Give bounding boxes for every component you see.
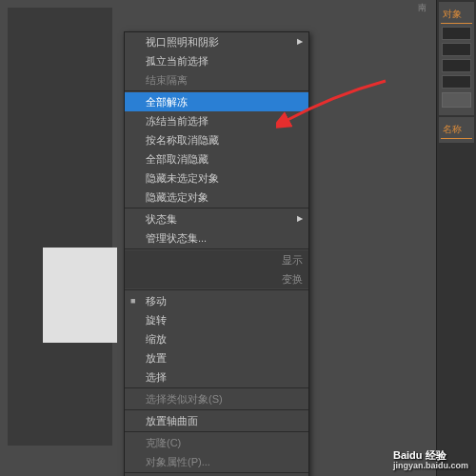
menu-item-13[interactable]: ■移动: [125, 291, 308, 310]
menu-item-16[interactable]: 放置: [125, 348, 308, 367]
menu-item-18[interactable]: 选择类似对象(S): [125, 389, 308, 408]
menu-item-1[interactable]: 孤立当前选择: [125, 51, 308, 70]
menu-separator: [125, 472, 308, 473]
menu-separator: [125, 90, 308, 91]
menu-separator: [125, 409, 308, 410]
field-1[interactable]: [442, 27, 471, 40]
menu-separator: [125, 431, 308, 432]
watermark-main: Baidu 经验: [393, 449, 446, 461]
menu-item-2[interactable]: 结束隔离: [125, 70, 308, 89]
menu-item-14[interactable]: 旋转: [125, 310, 308, 329]
watermark: Baidu 经验 jingyan.baidu.com: [393, 446, 468, 470]
field-2[interactable]: [442, 43, 471, 56]
viewport-inner: [8, 8, 112, 446]
menu-item-12[interactable]: 变换: [125, 269, 308, 288]
menu-item-5[interactable]: 按名称取消隐藏: [125, 130, 308, 149]
menu-separator: [125, 248, 308, 249]
menu-item-3[interactable]: 全部解冻: [125, 92, 308, 111]
menu-item-6[interactable]: 全部取消隐藏: [125, 149, 308, 169]
menu-item-7[interactable]: 隐藏未选定对象: [125, 169, 308, 188]
menu-item-8[interactable]: 隐藏选定对象: [125, 188, 308, 207]
watermark-sub: jingyan.baidu.com: [393, 461, 468, 470]
menu-item-0[interactable]: 视口照明和阴影: [125, 32, 308, 51]
menu-item-4[interactable]: 冻结当前选择: [125, 111, 308, 130]
menu-item-11[interactable]: 显示: [125, 250, 308, 269]
menu-item-10[interactable]: 管理状态集...: [125, 228, 308, 248]
menu-separator: [125, 289, 308, 290]
menu-item-17[interactable]: 选择: [125, 367, 308, 387]
field-3[interactable]: [442, 59, 471, 72]
menu-item-20[interactable]: 克隆(C): [125, 433, 308, 452]
context-menu: 视口照明和阴影孤立当前选择结束隔离全部解冻冻结当前选择按名称取消隐藏全部取消隐藏…: [124, 31, 309, 476]
menu-separator: [125, 387, 308, 388]
menu-item-15[interactable]: 缩放: [125, 329, 308, 348]
field-4[interactable]: [442, 75, 471, 89]
scene-object[interactable]: [43, 248, 117, 343]
panel-section-name: 名称: [441, 121, 472, 139]
menu-item-9[interactable]: 状态集: [125, 209, 308, 228]
menu-separator: [125, 208, 308, 208]
compass-label: 南: [418, 2, 426, 14]
menu-item-19[interactable]: 放置轴曲面: [125, 411, 308, 430]
add-button[interactable]: [442, 92, 471, 108]
menu-item-21[interactable]: 对象属性(P)...: [125, 452, 308, 471]
command-panel[interactable]: 对象 名称: [436, 0, 476, 476]
panel-section-objects: 对象: [441, 6, 472, 24]
